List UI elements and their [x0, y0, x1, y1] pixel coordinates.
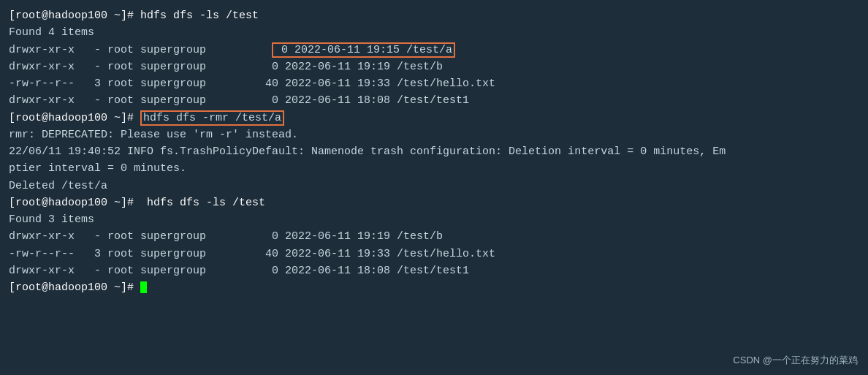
highlight-rmr-cmd: hdfs dfs -rmr /test/a [140, 110, 284, 126]
line-17: [root@hadoop100 ~]# [9, 279, 859, 296]
line-11: Deleted /test/a [9, 178, 859, 194]
line-8: rmr: DEPRECATED: Please use 'rm -r' inst… [9, 126, 859, 143]
line-6: drwxr-xr-x - root supergroup 0 2022-06-1… [9, 92, 859, 109]
line-10: ptier interval = 0 minutes. [9, 160, 859, 177]
watermark: CSDN @一个正在努力的菜鸡 [733, 353, 858, 368]
line-1: [root@hadoop100 ~]# hdfs dfs -ls /test [9, 7, 859, 24]
line-12: [root@hadoop100 ~]# hdfs dfs -ls /test [9, 194, 859, 211]
line-5: -rw-r--r-- 3 root supergroup 40 2022-06-… [9, 75, 859, 92]
line-9: 22/06/11 19:40:52 INFO fs.TrashPolicyDef… [9, 143, 859, 160]
cursor [140, 281, 147, 293]
line-7: [root@hadoop100 ~]# hdfs dfs -rmr /test/… [9, 110, 859, 126]
line-2: Found 4 items [9, 24, 859, 41]
terminal: [root@hadoop100 ~]# hdfs dfs -ls /test F… [0, 0, 868, 375]
line-16: drwxr-xr-x - root supergroup 0 2022-06-1… [9, 262, 859, 279]
line-13: Found 3 items [9, 211, 859, 228]
line-15: -rw-r--r-- 3 root supergroup 40 2022-06-… [9, 246, 859, 262]
highlight-test-a: 0 2022-06-11 19:15 /test/a [272, 42, 455, 58]
line-14: drwxr-xr-x - root supergroup 0 2022-06-1… [9, 228, 859, 245]
line-3: drwxr-xr-x - root supergroup 0 2022-06-1… [9, 42, 859, 58]
line-4: drwxr-xr-x - root supergroup 0 2022-06-1… [9, 58, 859, 75]
